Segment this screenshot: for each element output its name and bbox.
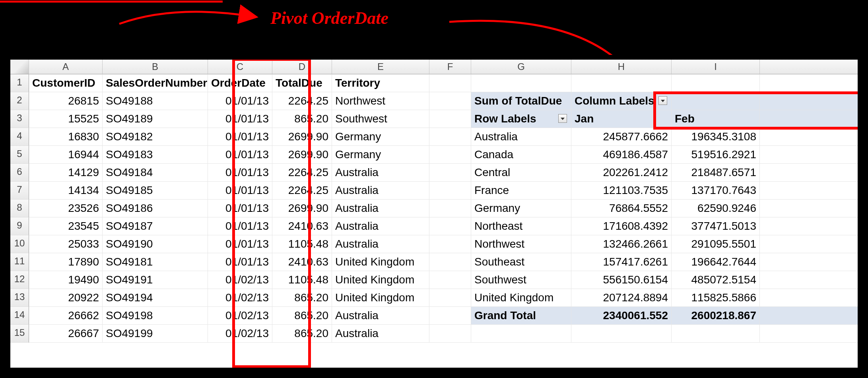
cell-orderdate[interactable]: 01/01/13 [208,217,272,235]
cell-customerid[interactable]: 19490 [29,271,103,289]
cell-customerid[interactable]: 20922 [29,289,103,307]
row-header-7[interactable]: 7 [10,182,29,200]
cell-orderdate[interactable]: 01/01/13 [208,164,272,182]
col-header-A[interactable]: A [29,60,103,74]
pivot-row-southwest[interactable]: Southwest [471,271,571,289]
cell-salesorder[interactable]: SO49182 [103,128,208,146]
cell-salesorder[interactable]: SO49184 [103,164,208,182]
pivot-row-northwest[interactable]: Northwest [471,235,571,253]
cell-totaldue[interactable]: 865.20 [272,307,332,325]
col-header-H[interactable]: H [571,60,672,74]
pivot-row-southeast[interactable]: Southeast [471,253,571,271]
pivot-grand-total-mar[interactable]: 38 [760,307,862,325]
pivot-val[interactable]: 196642.7644 [672,253,760,271]
cell-territory[interactable]: Germany [332,146,429,164]
pivot-grand-total-feb[interactable]: 2600218.867 [672,307,760,325]
row-header-1[interactable]: 1 [10,74,29,92]
cell-customerid[interactable]: 15525 [29,110,103,128]
cell-salesorder[interactable]: SO49183 [103,146,208,164]
row-header-15[interactable]: 15 [10,325,29,343]
cell-totaldue[interactable]: 1105.48 [272,235,332,253]
col-header-B[interactable]: B [103,60,208,74]
row-header-4[interactable]: 4 [10,128,29,146]
pivot-val[interactable]: 245877.6662 [571,128,672,146]
pivot-val[interactable]: 31 [760,164,862,182]
pivot-val[interactable]: 218487.6571 [672,164,760,182]
cell-totaldue[interactable]: 2699.90 [272,200,332,217]
pivot-val[interactable]: 485072.5154 [672,271,760,289]
col-header-G[interactable]: G [471,60,571,74]
pivot-val[interactable]: 132466.2661 [571,235,672,253]
cell-salesorder[interactable]: SO49198 [103,307,208,325]
cell-orderdate[interactable]: 01/02/13 [208,271,272,289]
select-all-corner[interactable] [10,60,29,74]
cell-orderdate[interactable]: 01/02/13 [208,289,272,307]
pivot-val[interactable]: 469186.4587 [571,146,672,164]
cell-totaldue[interactable]: 2699.90 [272,146,332,164]
pivot-val[interactable]: 171608.4392 [571,217,672,235]
pivot-val[interactable]: 377471.5013 [672,217,760,235]
pivot-val[interactable]: 157417.6261 [571,253,672,271]
row-header-13[interactable]: 13 [10,289,29,307]
row-header-6[interactable]: 6 [10,164,29,182]
cell-territory[interactable]: Australia [332,164,429,182]
col-header-F[interactable]: F [429,60,471,74]
cell-orderdate[interactable]: 01/01/13 [208,128,272,146]
cell-totaldue[interactable]: 2410.63 [272,253,332,271]
dropdown-icon[interactable] [658,96,667,105]
pivot-row-central[interactable]: Central [471,164,571,182]
pivot-val[interactable]: 121103.7535 [571,182,672,200]
cell-territory[interactable]: Southwest [332,110,429,128]
pivot-grand-total-jan[interactable]: 2340061.552 [571,307,672,325]
cell-salesorder[interactable]: SO49190 [103,235,208,253]
pivot-month-feb[interactable]: Feb [672,110,760,128]
pivot-row-labels[interactable]: Row Labels [471,110,571,128]
pivot-val[interactable]: 24 [760,253,862,271]
pivot-val[interactable]: 7 [760,200,862,217]
pivot-row-northeast[interactable]: Northeast [471,217,571,235]
cell-territory[interactable]: United Kingdom [332,253,429,271]
cell-salesorder[interactable]: SO49194 [103,289,208,307]
cell-territory[interactable]: Australia [332,325,429,343]
row-header-5[interactable]: 5 [10,146,29,164]
cell-totaldue[interactable]: 2410.63 [272,217,332,235]
cell-customerid[interactable]: 26662 [29,307,103,325]
cell-salesorder[interactable]: SO49186 [103,200,208,217]
cell-totaldue[interactable]: 2264.25 [272,182,332,200]
cell-customerid[interactable]: 25033 [29,235,103,253]
cell-territory[interactable]: United Kingdom [332,271,429,289]
pivot-column-labels[interactable]: Column Labels [571,92,672,110]
pivot-row-france[interactable]: France [471,182,571,200]
pivot-val[interactable]: 95 [760,271,862,289]
cell-territory[interactable]: Germany [332,128,429,146]
cell-territory[interactable]: United Kingdom [332,289,429,307]
row-header-9[interactable]: 9 [10,217,29,235]
row-header-14[interactable]: 14 [10,307,29,325]
cell-customerid[interactable]: 16830 [29,128,103,146]
pivot-val[interactable]: 27 [760,182,862,200]
cell-salesorder[interactable]: SO49181 [103,253,208,271]
col-header-I[interactable]: I [672,60,760,74]
cell-customerid[interactable]: 14129 [29,164,103,182]
pivot-row-australia[interactable]: Australia [471,128,571,146]
row-header-10[interactable]: 10 [10,235,29,253]
cell-customerid[interactable]: 16944 [29,146,103,164]
cell-orderdate[interactable]: 01/01/13 [208,253,272,271]
cell-territory[interactable]: Northwest [332,92,429,110]
cell-territory[interactable]: Australia [332,217,429,235]
pivot-grand-total-label[interactable]: Grand Total [471,307,571,325]
cell-totaldue[interactable]: 2264.25 [272,92,332,110]
cell-orderdate[interactable]: 01/01/13 [208,110,272,128]
cell-customerid[interactable]: 23545 [29,217,103,235]
pivot-val[interactable]: 202261.2412 [571,164,672,182]
cell-territory[interactable]: Australia [332,182,429,200]
row-header-3[interactable]: 3 [10,110,29,128]
cell-orderdate[interactable]: 01/01/13 [208,92,272,110]
pivot-val[interactable]: 115825.5866 [672,289,760,307]
pivot-val[interactable]: 519516.2921 [672,146,760,164]
cell-customerid[interactable]: 23526 [29,200,103,217]
row-header-2[interactable]: 2 [10,92,29,110]
pivot-val[interactable]: 196345.3108 [672,128,760,146]
cell-salesorder[interactable]: SO49188 [103,92,208,110]
col-header-extra[interactable] [760,60,862,74]
